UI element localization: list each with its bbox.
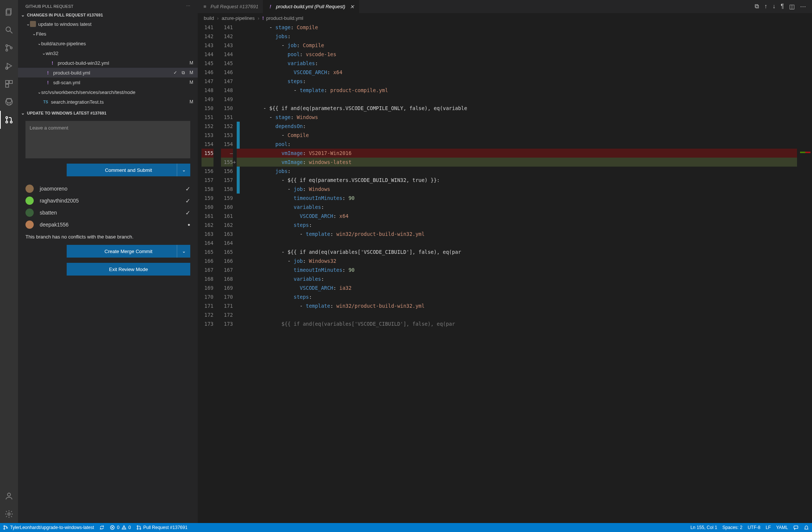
- github-icon[interactable]: [0, 93, 18, 111]
- reviewer-row[interactable]: joaomoreno✓: [25, 185, 190, 193]
- status-bell-icon[interactable]: [804, 525, 809, 530]
- arrow-down-icon[interactable]: ↓: [772, 3, 775, 10]
- source-control-icon[interactable]: [0, 39, 18, 57]
- reviewer-row[interactable]: sbatten✓: [25, 209, 190, 217]
- reviewer-row[interactable]: deepak1556●: [25, 221, 190, 229]
- svg-point-17: [8, 513, 10, 515]
- reviewer-name: sbatten: [40, 210, 57, 216]
- check-icon: ✓: [185, 197, 190, 204]
- modified-badge: M: [190, 80, 193, 85]
- comment-textarea[interactable]: [25, 121, 190, 158]
- svg-rect-9: [6, 80, 9, 83]
- avatar: [25, 197, 34, 205]
- arrow-up-icon[interactable]: ↑: [764, 3, 767, 10]
- svg-point-13: [6, 117, 8, 119]
- extensions-icon[interactable]: [0, 75, 18, 93]
- commit-row[interactable]: ⌄ update to windows latest: [18, 19, 198, 29]
- chevron-down-icon[interactable]: ⌄: [177, 164, 190, 176]
- pull-request-icon[interactable]: [0, 111, 18, 129]
- diff-editor[interactable]: 1411421431441451461471481491501511521531…: [198, 23, 812, 523]
- statusbar: TylerLeonhardt/upgrade-to-windows-latest…: [0, 523, 812, 532]
- status-line-col[interactable]: Ln 155, Col 1: [690, 525, 717, 530]
- avatar: [30, 21, 36, 27]
- status-pr[interactable]: Pull Request #137691: [136, 525, 188, 530]
- close-icon[interactable]: ✕: [350, 4, 354, 10]
- chevron-right-icon: ›: [258, 15, 259, 21]
- pr-file-tree: ⌄ update to windows latest ⌄ Files ⌄ bui…: [18, 19, 198, 107]
- section-changes[interactable]: ⌄ CHANGES IN PULL REQUEST #137691: [18, 11, 198, 19]
- reviewer-row[interactable]: raghavthind2005✓: [25, 197, 190, 205]
- svg-point-8: [6, 67, 8, 69]
- svg-point-15: [10, 121, 12, 123]
- chevron-down-icon: ⌄: [37, 41, 41, 46]
- section-review[interactable]: ⌄ UPDATE TO WINDOWS LATEST #137691: [18, 109, 198, 117]
- sidebar: GITHUB PULL REQUEST ⋯ ⌄ CHANGES IN PULL …: [18, 0, 198, 523]
- breadcrumbs[interactable]: build › azure-pipelines › ! product-buil…: [198, 13, 812, 23]
- files-node[interactable]: ⌄ Files: [18, 29, 198, 39]
- svg-point-18: [4, 526, 5, 527]
- reviewer-list: joaomoreno✓raghavthind2005✓sbatten✓deepa…: [25, 185, 190, 229]
- svg-point-28: [139, 528, 140, 529]
- accounts-icon[interactable]: [0, 487, 18, 505]
- minimap[interactable]: [797, 23, 812, 523]
- file-row[interactable]: TS search.integrationTest.ts M: [18, 97, 198, 107]
- settings-gear-icon[interactable]: [0, 505, 18, 523]
- run-debug-icon[interactable]: [0, 57, 18, 75]
- more-icon[interactable]: ⋯: [800, 3, 806, 10]
- explorer-icon[interactable]: [0, 3, 18, 21]
- code-content[interactable]: - stage: Compile jobs: - job: Compile po…: [240, 23, 797, 523]
- whitespace-icon[interactable]: ¶: [781, 3, 784, 10]
- status-encoding[interactable]: UTF-8: [748, 525, 760, 530]
- avatar: [25, 221, 34, 229]
- check-icon[interactable]: ✓: [173, 70, 177, 75]
- svg-point-27: [137, 528, 138, 529]
- modified-badge: M: [190, 99, 193, 104]
- modified-badge: M: [190, 60, 193, 66]
- yaml-file-icon: !: [45, 70, 51, 76]
- gutter-original: 1411421431441451461471481491501511521531…: [198, 23, 217, 523]
- tab-product-build[interactable]: ! product-build.yml (Pull Request) ✕: [263, 0, 359, 13]
- go-to-file-icon[interactable]: ⧉: [182, 70, 185, 75]
- status-problems[interactable]: 0 0: [110, 525, 131, 530]
- file-row[interactable]: ! product-build.yml ✓ ⧉ M: [18, 68, 198, 77]
- avatar: [25, 209, 34, 217]
- folder-row[interactable]: ⌄ win32: [18, 48, 198, 58]
- open-file-icon[interactable]: ⧉: [755, 3, 759, 10]
- search-icon[interactable]: [0, 21, 18, 39]
- chevron-right-icon: ›: [217, 15, 218, 21]
- chevron-down-icon: ⌄: [37, 89, 41, 95]
- svg-point-14: [6, 121, 8, 123]
- status-spaces[interactable]: Spaces: 2: [722, 525, 742, 530]
- chevron-down-icon[interactable]: ⌄: [177, 245, 190, 258]
- svg-rect-11: [6, 84, 9, 87]
- split-editor-icon[interactable]: ◫: [789, 3, 795, 10]
- svg-point-16: [7, 493, 10, 496]
- exit-review-button[interactable]: Exit Review Mode: [67, 263, 190, 276]
- ts-file-icon: TS: [43, 100, 49, 104]
- status-sync[interactable]: [99, 525, 104, 530]
- svg-point-6: [10, 47, 12, 49]
- folder-row[interactable]: ⌄ src/vs/workbench/services/search/test/…: [18, 87, 198, 97]
- pr-tab-icon: ≡: [202, 4, 207, 9]
- reviewer-name: deepak1556: [40, 222, 69, 228]
- check-icon: ✓: [185, 185, 190, 192]
- gutter-modified: 1411421431441451461471481491501511521531…: [217, 23, 237, 523]
- more-icon[interactable]: ⋯: [186, 4, 190, 9]
- tab-pull-request[interactable]: ≡ Pull Request #137691: [198, 0, 263, 13]
- svg-rect-29: [794, 526, 798, 529]
- comment-submit-button[interactable]: Comment and Submit ⌄: [67, 164, 190, 176]
- status-eol[interactable]: LF: [766, 525, 771, 530]
- svg-rect-10: [9, 80, 12, 83]
- editor-tabs: ≡ Pull Request #137691 ! product-build.y…: [198, 0, 812, 13]
- glyph-margin: [237, 23, 240, 523]
- chevron-down-icon: ⌄: [21, 12, 25, 18]
- folder-row[interactable]: ⌄ build/azure-pipelines: [18, 39, 198, 48]
- file-row[interactable]: ! sdl-scan.yml M: [18, 77, 198, 87]
- status-language[interactable]: YAML: [776, 525, 788, 530]
- file-row[interactable]: ! product-build-win32.yml M: [18, 58, 198, 68]
- svg-point-2: [6, 27, 10, 31]
- status-branch[interactable]: TylerLeonhardt/upgrade-to-windows-latest: [3, 525, 94, 530]
- modified-badge: M: [190, 70, 193, 75]
- status-feedback-icon[interactable]: [793, 525, 799, 530]
- merge-button[interactable]: Create Merge Commit ⌄: [67, 245, 190, 258]
